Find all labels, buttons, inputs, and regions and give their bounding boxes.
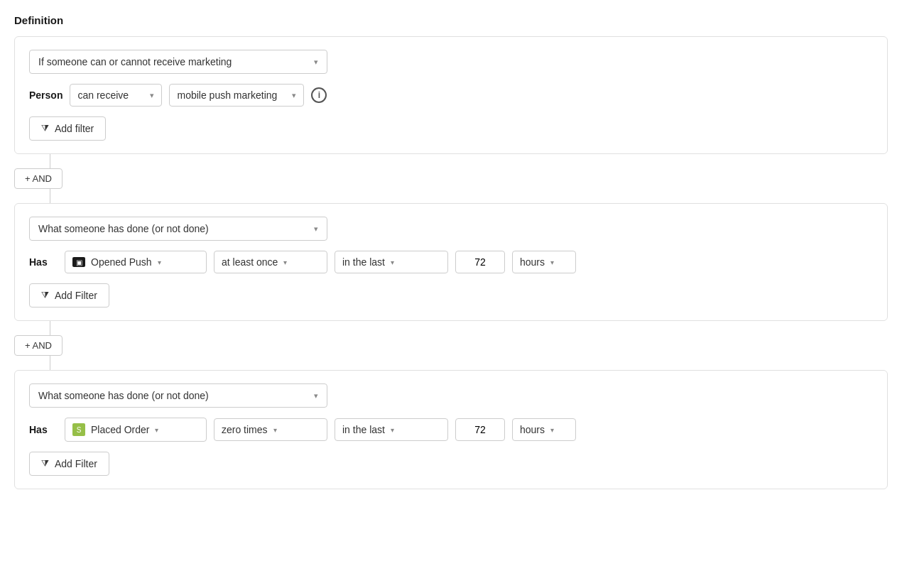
time-context-label-3: in the last [342,424,385,435]
marketing-condition-select[interactable]: If someone can or cannot receive marketi… [29,50,327,74]
event-select-2[interactable]: ▣ Opened Push ▾ [65,251,207,273]
event-label-3: Placed Order [91,424,149,435]
marketing-type-select[interactable]: mobile push marketing ▾ [169,84,304,107]
and-connector-2: + AND [14,321,888,370]
time-context-label-2: in the last [342,256,385,268]
action-condition-chevron-2-icon: ▾ [314,224,318,234]
has-label-2: Has [29,256,58,268]
has-row-2: Has ▣ Opened Push ▾ at least once ▾ in t… [29,251,873,273]
person-row: Person can receive ▾ mobile push marketi… [29,84,873,107]
vert-line-top-1 [50,154,50,168]
event-select-3-chevron-icon: ▾ [155,426,158,434]
marketing-condition-chevron-icon: ▾ [314,58,318,67]
event-select-2-chevron-icon: ▾ [158,258,161,266]
add-filter-button-3[interactable]: ⧩ Add Filter [29,452,109,476]
frequency-select-2-chevron-icon: ▾ [283,258,287,266]
marketing-type-chevron-icon: ▾ [292,91,296,100]
unit-select-2[interactable]: hours ▾ [512,251,576,273]
frequency-label-3: zero times [222,424,268,435]
condition-block-2: What someone has done (or not done) ▾ Ha… [14,203,888,321]
push-icon: ▣ [72,257,85,267]
marketing-condition-label: If someone can or cannot receive marketi… [38,56,232,67]
definition-title: Definition [14,14,888,26]
time-context-select-3-chevron-icon: ▾ [391,426,394,434]
unit-label-2: hours [520,256,545,268]
vert-line-top-2 [50,321,50,335]
person-label: Person [29,89,63,101]
main-select-row-1: If someone can or cannot receive marketi… [29,50,873,74]
action-condition-label-2: What someone has done (or not done) [38,223,209,234]
time-context-select-2-chevron-icon: ▾ [391,258,394,266]
frequency-select-3[interactable]: zero times ▾ [214,418,327,441]
vert-line-bottom-1 [50,189,50,203]
add-filter-button-1[interactable]: ⧩ Add filter [29,116,106,141]
main-select-row-3: What someone has done (or not done) ▾ [29,383,873,408]
frequency-label-2: at least once [222,256,278,268]
add-filter-button-2[interactable]: ⧩ Add Filter [29,283,109,307]
info-icon[interactable]: i [311,87,327,103]
add-filter-label-2: Add Filter [55,290,97,301]
add-filter-label-3: Add Filter [55,458,97,469]
and-button-1-label: + AND [25,173,52,184]
unit-select-3-chevron-icon: ▾ [550,426,554,434]
and-connector-1: + AND [14,154,888,203]
add-filter-label-1: Add filter [55,123,94,134]
number-input-2[interactable] [455,251,505,273]
has-row-3: Has S Placed Order ▾ zero times ▾ in the… [29,418,873,442]
condition-block-3: What someone has done (or not done) ▾ Ha… [14,370,888,489]
action-condition-label-3: What someone has done (or not done) [38,390,209,401]
and-button-1[interactable]: + AND [14,168,63,189]
filter-icon-1: ⧩ [41,123,49,134]
vert-line-bottom-2 [50,356,50,370]
main-select-row-2: What someone has done (or not done) ▾ [29,217,873,241]
definition-section: Definition If someone can or cannot rece… [14,14,888,489]
shopify-icon: S [72,423,85,436]
number-input-3[interactable] [455,418,505,441]
event-label-2: Opened Push [91,256,152,268]
action-condition-select-2[interactable]: What someone has done (or not done) ▾ [29,217,327,241]
frequency-select-3-chevron-icon: ▾ [273,426,277,434]
unit-label-3: hours [520,424,545,435]
unit-select-3[interactable]: hours ▾ [512,418,576,441]
time-context-select-2[interactable]: in the last ▾ [335,251,448,273]
action-condition-select-3[interactable]: What someone has done (or not done) ▾ [29,383,327,408]
time-context-select-3[interactable]: in the last ▾ [335,418,448,441]
filter-icon-2: ⧩ [41,290,49,301]
action-condition-chevron-3-icon: ▾ [314,391,318,401]
frequency-select-2[interactable]: at least once ▾ [214,251,327,273]
filter-icon-3: ⧩ [41,458,49,469]
unit-select-2-chevron-icon: ▾ [550,258,554,266]
receive-select-chevron-icon: ▾ [150,91,154,100]
receive-select-label: can receive [77,89,129,101]
and-button-2-label: + AND [25,340,52,351]
marketing-type-label: mobile push marketing [177,89,277,101]
receive-select[interactable]: can receive ▾ [70,84,162,107]
has-label-3: Has [29,424,58,435]
condition-block-1: If someone can or cannot receive marketi… [14,36,888,154]
event-select-3[interactable]: S Placed Order ▾ [65,418,207,442]
and-button-2[interactable]: + AND [14,335,63,356]
